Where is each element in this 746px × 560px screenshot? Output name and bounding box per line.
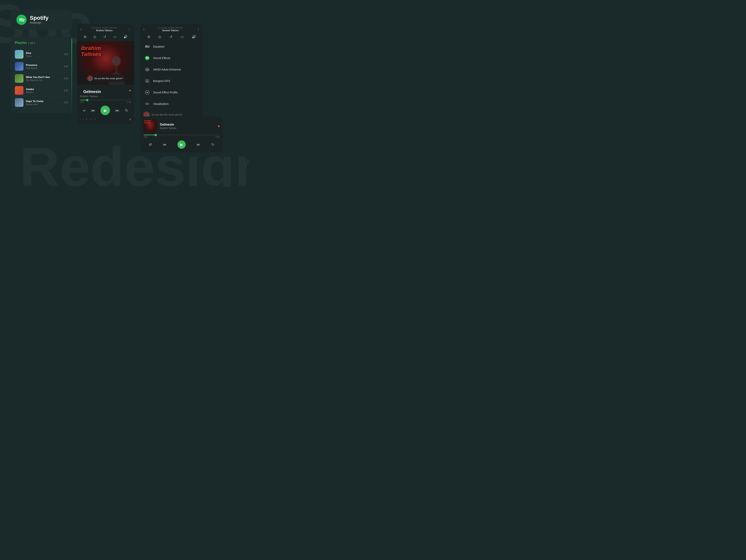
- track-item-presence[interactable]: Presence Petit Biscuit 6:20: [15, 60, 68, 73]
- progress-row: 0:03 -3:49: [77, 98, 134, 104]
- menu-label-equalizer: Equalizer: [153, 45, 165, 48]
- profile-svg-icon: [145, 90, 149, 94]
- mini-progress-bar[interactable]: [144, 135, 220, 135]
- album-art: İbrahimTatlıses Do you like this music g…: [77, 41, 134, 85]
- track-info-days: Days To Come Seven Lions: [26, 100, 62, 106]
- heart-icon[interactable]: ♥: [129, 89, 131, 93]
- mini-next-button[interactable]: ⏭: [197, 143, 200, 147]
- mini-times: 0:03 -3:49: [144, 136, 220, 138]
- menu-item-equalizer[interactable]: Equalizer: [142, 41, 202, 52]
- play-pause-button[interactable]: ▶: [101, 106, 110, 115]
- menu-item-am3d[interactable]: AM3D AM3D Aduio Enhancer: [142, 64, 202, 75]
- mini-progress-row: 0:03 -3:49: [143, 135, 220, 138]
- logo-card: Spotify Redesign: [11, 10, 72, 30]
- track-duration-dive: 6:20: [64, 53, 68, 55]
- menu-item-sound-effects[interactable]: Sound Effects: [142, 52, 202, 64]
- logo-title: Spotify: [30, 15, 49, 21]
- equalizer-icon[interactable]: ⊞: [84, 35, 86, 39]
- mini-repeat-button[interactable]: ↻: [211, 142, 214, 147]
- svg-rect-3: [145, 46, 146, 48]
- track-thumb-awake: [15, 86, 24, 95]
- visualization-menu-icon: [144, 101, 150, 107]
- track-name-presence: Presence: [26, 63, 62, 66]
- spotify-logo-icon: [17, 15, 27, 25]
- player-song-title: Gelmesin: [80, 87, 104, 94]
- next-button[interactable]: ⏭: [115, 108, 119, 113]
- logo-text: Spotify Redesign: [30, 15, 49, 24]
- progress-knob: [86, 99, 88, 101]
- logo-subtitle: Redesign: [30, 21, 49, 24]
- mini-time-current: 0:03: [144, 136, 147, 138]
- playlist-header: Playlist ( 36 ): [15, 41, 68, 45]
- mini-prev-button[interactable]: ⏮: [163, 143, 166, 147]
- svg-point-1: [112, 56, 121, 66]
- track-name-awake: Awake: [26, 88, 62, 91]
- sync-icon[interactable]: ↺: [104, 35, 106, 39]
- mini-time-total: -3:49: [215, 136, 220, 138]
- playlist-green-bar: [71, 36, 72, 113]
- chat-bubble: Do you like this music genre?: [86, 75, 125, 82]
- menu-item-sound-effect-profile[interactable]: Sound Effect Profile: [142, 87, 202, 98]
- am3d-menu-icon: AM3D: [144, 66, 150, 73]
- track-item-awake[interactable]: Awake Illenium 6:20: [15, 85, 68, 96]
- track-item-dive[interactable]: Dive Tycho 6:20: [15, 48, 68, 60]
- player-menu-button[interactable]: ⋮: [127, 27, 131, 31]
- prev-button[interactable]: ⏮: [91, 108, 95, 113]
- mini-player-top: İbrahimTatlıses Gelmesin İbrahim Tatlıse…: [143, 119, 220, 133]
- track-thumb-dive: [15, 50, 24, 59]
- player-back-button[interactable]: ‹: [80, 27, 81, 31]
- track-item-days[interactable]: Days To Come Seven Lions 6:20: [15, 96, 68, 109]
- track-item-whatyoudont[interactable]: What You Don't See The Story So Far 6:20: [15, 73, 68, 85]
- playlist-card: Playlist ( 36 ) Dive Tycho 6:20 Presence…: [11, 36, 72, 113]
- svg-text:AM3D: AM3D: [145, 69, 149, 71]
- progress-bar[interactable]: [80, 100, 131, 100]
- menu-label-am3d: AM3D Aduio Enhancer: [153, 68, 181, 71]
- lyrics-row: L Y R I C S ≡: [77, 117, 134, 121]
- sound-header: ‹ PLAYING FROM ARTIST İbrahim Tatlıses ⋮: [140, 24, 203, 34]
- spotify-menu-icon: [145, 56, 149, 60]
- track-artist-dive: Tycho: [26, 55, 62, 57]
- track-info-whatyoudont: What You Don't See The Story So Far: [26, 76, 62, 81]
- menu-label-sound-effect-profile: Sound Effect Profile: [153, 91, 177, 94]
- cast-icon[interactable]: ▭: [113, 35, 116, 39]
- menu-item-visualization[interactable]: Visualization: [142, 98, 202, 110]
- playlist-label: Playlist: [15, 41, 27, 45]
- repeat-button[interactable]: ↻: [125, 108, 128, 113]
- menu-label-visualization: Visualization: [153, 102, 169, 106]
- player-song-artist: İbrahim Tatlıses: [77, 95, 134, 98]
- shuffle-button[interactable]: ⇄: [83, 109, 85, 112]
- mini-progress-fill: [144, 135, 156, 135]
- track-duration-days: 6:20: [64, 101, 68, 104]
- sound-menu-button[interactable]: ⋮: [197, 27, 200, 31]
- svg-rect-2: [115, 66, 117, 72]
- track-thumb-whatyoudont: [15, 74, 24, 83]
- svg-point-14: [146, 103, 147, 105]
- sound-cast-icon[interactable]: ▭: [180, 35, 184, 39]
- mini-shuffle-button[interactable]: ⇄: [149, 142, 152, 147]
- sound-radio-icon[interactable]: ◎: [158, 35, 161, 39]
- svg-point-7: [145, 56, 149, 60]
- track-name-days: Days To Come: [26, 100, 62, 103]
- sound-back-button[interactable]: ‹: [143, 27, 144, 31]
- track-thumb-presence: [15, 62, 24, 71]
- lyrics-text: L Y R I C S: [80, 118, 96, 121]
- progress-times: 0:03 -3:49: [80, 101, 131, 103]
- mini-play-pause-button[interactable]: ▶: [177, 140, 186, 149]
- radio-icon[interactable]: ◎: [93, 35, 96, 39]
- player-header: ‹ PLAYING FROM ARTIST İbrahim Tatlıses ⋮: [77, 24, 134, 34]
- queue-icon[interactable]: ≡: [130, 118, 131, 121]
- mini-song-title: Gelmesin: [160, 123, 215, 127]
- album-art-artist-text: İbrahimTatlıses: [81, 45, 101, 57]
- mini-heart-icon[interactable]: ♥: [218, 124, 220, 129]
- mini-album-art-text: İbrahimTatlıses: [144, 120, 150, 124]
- sound-equalizer-icon[interactable]: ⊞: [147, 35, 150, 39]
- menu-item-bongiovi[interactable]: DPS Bongiovi DPS: [142, 75, 202, 87]
- volume-icon[interactable]: 🔊: [123, 35, 127, 39]
- sound-sync-icon[interactable]: ↺: [170, 35, 172, 39]
- sound-playing-from-label: PLAYING FROM ARTIST: [158, 27, 183, 29]
- sound-effect-profile-icon: [144, 89, 150, 95]
- mini-album-thumbnail: İbrahimTatlıses: [143, 119, 157, 133]
- sound-chat-text: Do you like this music genre?: [151, 113, 182, 116]
- time-current: 0:03: [80, 101, 84, 103]
- sound-volume-icon[interactable]: 🔊: [192, 35, 196, 39]
